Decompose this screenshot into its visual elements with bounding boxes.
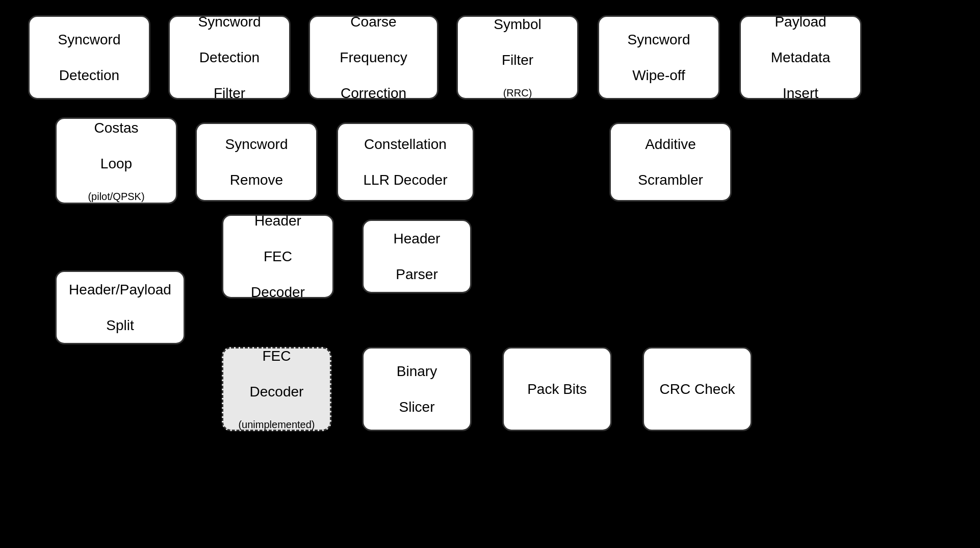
syncword-remove-label-0: Syncword — [225, 135, 288, 153]
constellation-llr-decoder-label-1: LLR Decoder — [364, 171, 448, 189]
header-parser-label-0: Header — [394, 230, 441, 247]
fec-decoder[interactable]: FECDecoder(unimplemented) — [222, 347, 331, 431]
coarse-frequency-correction-label-1: Frequency — [340, 48, 407, 66]
additive-scrambler-label-1: Scrambler — [638, 171, 703, 189]
costas-loop[interactable]: CostasLoop(pilot/QPSK) — [55, 117, 177, 204]
syncword-detection-filter-label-0: Syncword — [198, 13, 261, 31]
syncword-remove-label-1: Remove — [230, 171, 283, 189]
payload-metadata-insert[interactable]: PayloadMetadataInsert — [739, 15, 862, 99]
syncword-detection-label-1: Detection — [59, 66, 119, 84]
symbol-filter[interactable]: SymbolFilter(RRC) — [456, 15, 579, 99]
symbol-filter-label-0: Symbol — [494, 15, 541, 33]
coarse-frequency-correction-label-0: Coarse — [350, 13, 396, 31]
header-fec-decoder-label-0: Header — [254, 212, 301, 230]
header-parser-label-1: Parser — [396, 265, 437, 283]
costas-loop-label-1: Loop — [100, 155, 132, 172]
coarse-frequency-correction[interactable]: CoarseFrequencyCorrection — [308, 15, 439, 99]
syncword-remove[interactable]: SyncwordRemove — [195, 122, 318, 202]
header-payload-split-label-0: Header/Payload — [69, 281, 171, 298]
payload-metadata-insert-label-1: Metadata — [771, 48, 831, 66]
costas-loop-label-0: Costas — [94, 119, 138, 137]
header-payload-split-label-1: Split — [106, 316, 134, 334]
constellation-llr-decoder-label-0: Constellation — [364, 135, 447, 153]
binary-slicer-label-1: Slicer — [399, 398, 434, 416]
fec-decoder-sub: (unimplemented) — [238, 418, 315, 431]
additive-scrambler-label-0: Additive — [645, 135, 696, 153]
syncword-detection[interactable]: SyncwordDetection — [28, 15, 150, 99]
syncword-wipeoff-label-0: Syncword — [628, 31, 690, 48]
symbol-filter-sub: (RRC) — [503, 87, 532, 99]
header-parser[interactable]: HeaderParser — [362, 219, 472, 293]
header-payload-split[interactable]: Header/PayloadSplit — [55, 270, 185, 344]
constellation-llr-decoder[interactable]: ConstellationLLR Decoder — [337, 122, 474, 202]
crc-check[interactable]: CRC Check — [642, 347, 752, 431]
fec-decoder-label-0: FEC — [262, 347, 291, 365]
binary-slicer-label-0: Binary — [397, 362, 437, 380]
crc-check-label-0: CRC Check — [660, 380, 735, 398]
header-fec-decoder-label-1: FEC — [264, 247, 292, 265]
header-fec-decoder-label-2: Decoder — [251, 283, 305, 301]
symbol-filter-label-1: Filter — [502, 51, 533, 69]
binary-slicer[interactable]: BinarySlicer — [362, 347, 472, 431]
syncword-detection-filter-label-2: Filter — [214, 84, 245, 102]
syncword-detection-filter-label-1: Detection — [199, 48, 260, 66]
pack-bits[interactable]: Pack Bits — [502, 347, 612, 431]
payload-metadata-insert-label-0: Payload — [775, 13, 826, 31]
syncword-detection-label-0: Syncword — [58, 31, 121, 48]
syncword-wipeoff-label-1: Wipe-off — [632, 66, 685, 84]
costas-loop-sub: (pilot/QPSK) — [88, 190, 144, 203]
syncword-detection-filter[interactable]: SyncwordDetectionFilter — [168, 15, 291, 99]
coarse-frequency-correction-label-2: Correction — [341, 84, 406, 102]
payload-metadata-insert-label-2: Insert — [783, 84, 818, 102]
syncword-wipeoff[interactable]: SyncwordWipe-off — [598, 15, 720, 99]
pack-bits-label-0: Pack Bits — [527, 380, 587, 398]
header-fec-decoder[interactable]: HeaderFECDecoder — [222, 214, 334, 298]
additive-scrambler[interactable]: AdditiveScrambler — [609, 122, 732, 202]
fec-decoder-label-1: Decoder — [250, 383, 304, 401]
